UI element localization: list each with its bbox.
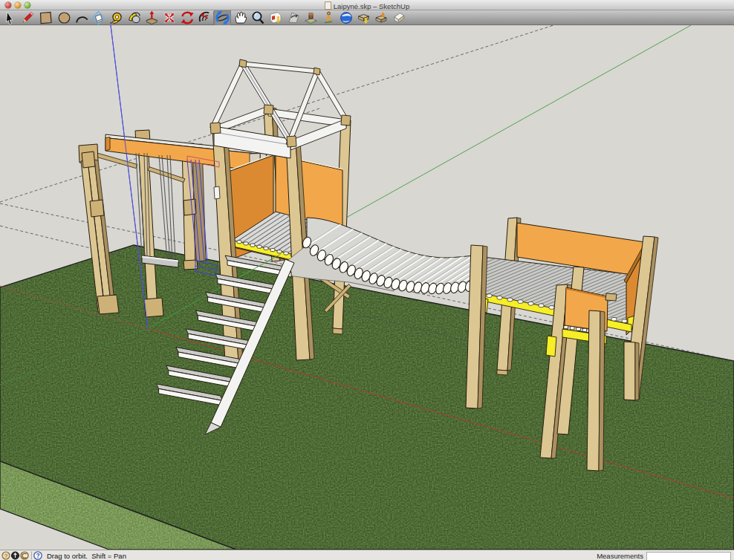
svg-text:?: ?: [36, 552, 39, 559]
svg-text:?: ?: [4, 553, 7, 559]
